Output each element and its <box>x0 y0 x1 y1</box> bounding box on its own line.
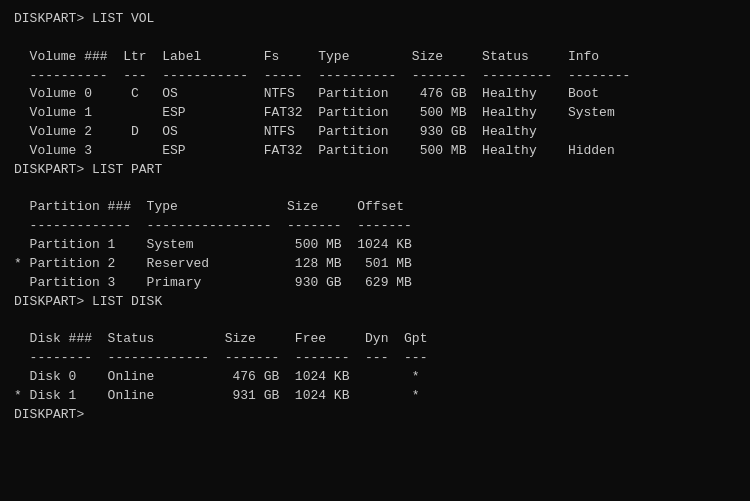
terminal-window: DISKPART> LIST VOL Volume ### Ltr Label … <box>14 10 736 425</box>
list-part-output: Partition ### Type Size Offset ---------… <box>14 180 736 293</box>
list-vol-section: DISKPART> LIST VOL Volume ### Ltr Label … <box>14 10 736 161</box>
list-disk-section: DISKPART> LIST DISK Disk ### Status Size… <box>14 293 736 406</box>
final-prompt-line[interactable]: DISKPART> <box>14 406 736 425</box>
list-part-section: DISKPART> LIST PART Partition ### Type S… <box>14 161 736 293</box>
list-disk-prompt: DISKPART> LIST DISK <box>14 293 736 312</box>
list-part-prompt: DISKPART> LIST PART <box>14 161 736 180</box>
list-disk-output: Disk ### Status Size Free Dyn Gpt ------… <box>14 312 736 406</box>
list-vol-prompt: DISKPART> LIST VOL <box>14 10 736 29</box>
list-vol-output: Volume ### Ltr Label Fs Type Size Status… <box>14 29 736 161</box>
